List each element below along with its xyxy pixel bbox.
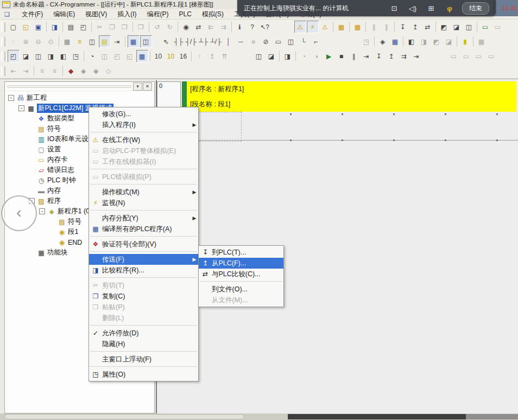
- sim-run-button[interactable]: ▶: [323, 50, 335, 62]
- io-window-a-button[interactable]: ▭: [448, 50, 460, 62]
- find-button[interactable]: ◉: [180, 21, 192, 33]
- set-breakpoint-button[interactable]: ◆: [65, 65, 77, 77]
- sim-download-button[interactable]: ◨: [282, 50, 294, 62]
- coil-button[interactable]: ○: [248, 35, 260, 48]
- submenu-item-to-file[interactable]: 到文件(O)...: [199, 284, 283, 295]
- show-grid-button[interactable]: ▦: [61, 35, 73, 48]
- menu-item-insert-program[interactable]: 插入程序(I): [89, 119, 198, 130]
- paste-rung-button[interactable]: ❒: [135, 21, 147, 33]
- monitor-hex-button[interactable]: 16: [178, 50, 189, 62]
- window-output-button[interactable]: ◧: [58, 50, 70, 62]
- menubar-program[interactable]: 编程(P): [141, 9, 173, 19]
- online-edit-b-button[interactable]: ◨: [418, 35, 430, 48]
- speaker-icon[interactable]: ◁): [403, 4, 422, 12]
- select-tool-button[interactable]: ⇖: [160, 35, 172, 48]
- io-window-b-button[interactable]: ▭: [460, 50, 472, 62]
- find-prev-button[interactable]: ⇇: [205, 21, 217, 33]
- tree-expander-icon[interactable]: [29, 250, 35, 256]
- menu-item-copy[interactable]: ❐ 复制(C): [89, 291, 198, 302]
- sim-window-a-button[interactable]: ◫: [253, 50, 265, 62]
- toolbar-grip[interactable]: [1, 37, 5, 47]
- about-button[interactable]: ℹ: [234, 21, 246, 33]
- io-comment-button[interactable]: ▦: [476, 35, 488, 48]
- coil-closed-button[interactable]: ⊘: [260, 35, 272, 48]
- line-delete-button[interactable]: ⌐: [310, 35, 322, 48]
- sim-to-break-button[interactable]: ⇥: [410, 50, 422, 62]
- menu-item-compare-program[interactable]: ◨ 比较程序(R)...: [89, 265, 198, 276]
- menubar-edit[interactable]: 编辑(E): [47, 9, 79, 19]
- output-window-button[interactable]: ◱: [124, 50, 136, 62]
- contact-or-nc-button[interactable]: ┴/├: [210, 35, 222, 48]
- monitor-window-b-button[interactable]: ▭: [492, 21, 504, 33]
- tree-expander-icon[interactable]: [29, 116, 35, 122]
- rung-list-button[interactable]: ◫: [86, 35, 98, 48]
- online-edit-send-button[interactable]: ◪: [451, 21, 463, 33]
- pt-transfer-button[interactable]: ◳: [361, 35, 372, 48]
- chevron-down-icon[interactable]: ▾: [133, 82, 142, 91]
- menubar-view[interactable]: 视图(V): [79, 9, 111, 19]
- tree-expander-icon[interactable]: [29, 136, 35, 142]
- sim-window-b-button[interactable]: ◪: [266, 50, 277, 62]
- works-button[interactable]: ◈: [377, 35, 389, 48]
- menu-item-properties[interactable]: ◳ 属性(O): [89, 369, 198, 380]
- online-edit-d-button[interactable]: ◪: [443, 35, 455, 48]
- function-block-button[interactable]: ◫: [285, 35, 297, 48]
- tree-expander-icon[interactable]: -: [39, 208, 45, 214]
- menu-item-cut[interactable]: ✂ 剪切(T): [89, 280, 198, 291]
- address-reference-button[interactable]: ◫: [99, 50, 111, 62]
- toolbar-grip[interactable]: [1, 22, 5, 32]
- mdi-child-icon[interactable]: ❏: [0, 9, 16, 19]
- menu-item-hide[interactable]: 隐藏(H): [89, 339, 198, 349]
- symbol-list-button[interactable]: ≡: [74, 35, 86, 48]
- monitor-button[interactable]: ⚡: [307, 21, 319, 33]
- new-button[interactable]: ▢: [8, 21, 20, 33]
- compare-with-plc-button[interactable]: ⇄: [422, 21, 434, 33]
- fullscreen-icon[interactable]: ⊡: [385, 4, 403, 12]
- tree-expander-icon[interactable]: [29, 147, 35, 152]
- menubar-simulation[interactable]: 模拟(S): [196, 9, 228, 19]
- menu-item-delete[interactable]: 删除(L): [89, 313, 198, 323]
- online-edit-c-button[interactable]: ◩: [431, 35, 443, 48]
- paste-button[interactable]: ❒: [119, 21, 131, 33]
- force-cancel-button[interactable]: ⇈: [219, 50, 231, 62]
- menu-item-float-in-main-window[interactable]: 主窗口上浮动(F): [89, 354, 198, 365]
- monitor-decimal-button[interactable]: 10: [153, 50, 165, 62]
- rung-wrap-button[interactable]: ⇥: [111, 35, 123, 48]
- sim-pause2-button[interactable]: ∥: [348, 50, 360, 62]
- menu-item-compile-all-plc-programs[interactable]: ▦ 编译所有的PLC程序(A): [89, 224, 198, 234]
- window-mnemonic-button[interactable]: ◪: [20, 50, 32, 62]
- sim-continuous-button[interactable]: ⇉: [398, 50, 410, 62]
- sim-pause-button[interactable]: ◔: [298, 50, 310, 62]
- submenu-item-to-plc[interactable]: ↧ 到PLC(T)...: [199, 247, 283, 258]
- indent-button[interactable]: ⇤: [8, 65, 20, 77]
- sim-stop-button[interactable]: ■: [336, 50, 348, 62]
- menu-item-verify-symbols-all[interactable]: ❖ 验证符号(全部)(V): [89, 239, 198, 250]
- menu-item-allow-docking[interactable]: ✓ 允许停放(D): [89, 328, 198, 339]
- window-properties-button[interactable]: ◳: [70, 50, 82, 62]
- download-to-plc-button[interactable]: ↧: [397, 21, 409, 33]
- io-window-d-button[interactable]: ▭: [485, 50, 497, 62]
- online-simulator-button[interactable]: ▦: [352, 21, 364, 33]
- contact-nc-button[interactable]: ┤/├: [185, 35, 197, 48]
- menu-item-plc-error-simulation[interactable]: ▭ PLC错误模拟(P): [89, 171, 198, 182]
- show-rung-annotation-button[interactable]: ◫: [140, 35, 152, 48]
- tree-item-project[interactable]: - 品 新工程: [5, 93, 154, 103]
- menu-item-work-online[interactable]: ⚠ 在线工作(W): [89, 135, 198, 145]
- submenu-item-from-plc[interactable]: ↥ 从PLC(F)...: [199, 258, 283, 269]
- zoom-select-button[interactable]: ◌: [8, 35, 20, 48]
- zoom-out-button[interactable]: ⊖: [33, 35, 45, 48]
- line-connect-button[interactable]: └: [298, 35, 309, 48]
- redo-button[interactable]: ↻: [164, 21, 176, 33]
- io-multiview-button[interactable]: ▦: [136, 50, 148, 62]
- workspace-drag-handle[interactable]: [7, 85, 131, 88]
- zoom-in-button[interactable]: ⊕: [20, 35, 32, 48]
- pause-a-button[interactable]: ∥: [368, 21, 380, 33]
- toolbox-icon[interactable]: ⊞: [422, 4, 440, 12]
- zoom-fit-button[interactable]: ⊙: [45, 35, 57, 48]
- force-on-button[interactable]: ↑: [194, 50, 206, 62]
- force-off-button[interactable]: ↥: [206, 50, 218, 62]
- cut-button[interactable]: ✂: [94, 21, 106, 33]
- menu-item-operating-mode[interactable]: 操作模式(M): [89, 187, 198, 198]
- online-edit-begin-button[interactable]: ◩: [438, 21, 450, 33]
- sim-step-in-button[interactable]: ↧: [373, 50, 385, 62]
